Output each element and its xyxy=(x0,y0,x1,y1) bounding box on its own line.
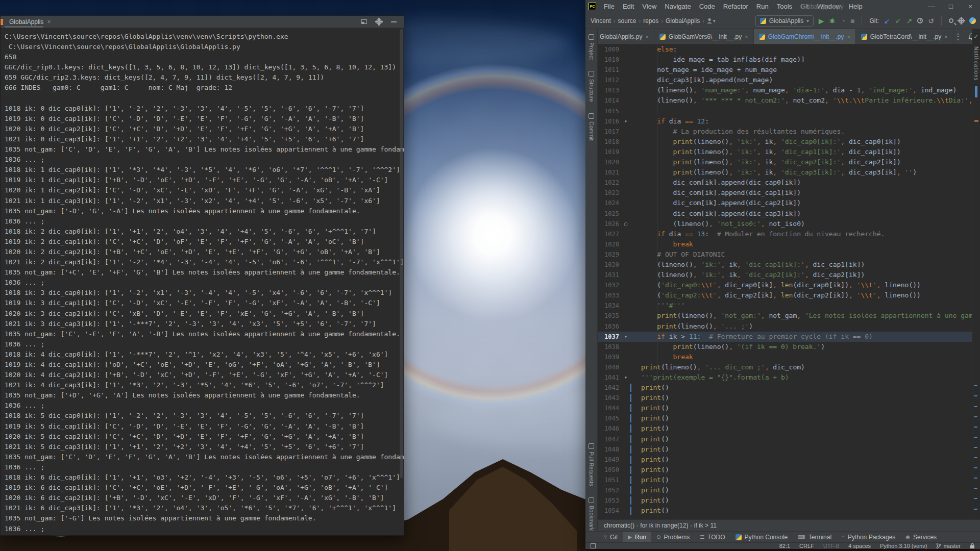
token: '... dic_com ;' xyxy=(705,363,765,371)
menu-item-edit[interactable]: Edit xyxy=(619,2,638,11)
editor-line: 1015 xyxy=(598,106,972,116)
token: (lineno() xyxy=(677,312,713,319)
status-item[interactable]: 82:1 xyxy=(779,543,790,549)
run-button[interactable]: ▶ xyxy=(819,17,824,24)
token: ' xyxy=(833,96,837,104)
sidebar-item-commit[interactable]: Commit xyxy=(589,113,595,141)
menu-item-code[interactable]: Code xyxy=(696,2,719,11)
sidebar-item-structure[interactable]: Structure xyxy=(589,71,595,102)
menu-item-help[interactable]: Help xyxy=(845,2,866,11)
status-item[interactable]: UTF-8 xyxy=(823,543,839,549)
close-icon[interactable]: × xyxy=(847,34,850,40)
editor-error-stripe[interactable]: ✓ Notifications xyxy=(972,29,980,517)
more-tabs-icon[interactable]: ⋮ xyxy=(954,32,962,41)
close-icon[interactable]: × xyxy=(47,18,51,26)
search-icon[interactable] xyxy=(949,18,953,23)
toolwindow-button-git[interactable]: ⑂Git xyxy=(599,532,623,542)
code-text: print(lineno(), 'ik:', ik, 'dic_cap0[ik]… xyxy=(630,137,972,147)
console-line: 1036 ... ; xyxy=(5,524,404,534)
menu-item-file[interactable]: File xyxy=(600,2,618,11)
toolwindow-button-terminal[interactable]: ⌨Terminal xyxy=(793,532,837,542)
inspections-ok-icon[interactable]: ✓ xyxy=(973,33,978,40)
fold-icon[interactable]: ▾ xyxy=(621,332,630,342)
gear-icon[interactable] xyxy=(376,19,382,24)
code-editor[interactable]: 1009else:1010ide_mage = tab_inf[abs(dif_… xyxy=(598,44,972,519)
history-icon[interactable] xyxy=(917,18,923,23)
token: == xyxy=(685,117,693,125)
menu-item-run[interactable]: Run xyxy=(753,2,772,11)
toolwindow-button-todo[interactable]: ☰TODO xyxy=(695,532,730,542)
token: 'ik:' xyxy=(737,138,757,145)
scrollbar-thumb[interactable] xyxy=(975,86,977,97)
user-icon[interactable] xyxy=(706,17,713,24)
console-scrollbar[interactable] xyxy=(400,29,403,478)
minimize-button[interactable]: — xyxy=(922,3,941,10)
git-update-icon[interactable]: ↙ xyxy=(884,17,890,24)
lock-icon[interactable] xyxy=(970,543,975,549)
status-item[interactable]: CRLF xyxy=(799,543,814,549)
editor-tab[interactable]: GlobGamVers6\__init__.py× xyxy=(654,29,754,44)
token: , xyxy=(713,312,721,319)
console-line: 1021 ik: 3 dic_cap3[ik]: ['1', '-***7', … xyxy=(5,319,404,329)
status-item[interactable]: Python 3.10 (venv) xyxy=(880,543,927,549)
token: , xyxy=(717,291,725,299)
close-button[interactable]: × xyxy=(961,3,980,10)
fold-icon[interactable]: ▾ xyxy=(621,116,630,127)
breadcrumb-item[interactable]: GlobalApplis xyxy=(665,17,701,24)
breadcrumb-item[interactable]: if ik > 11 xyxy=(694,522,717,529)
changed-line-stripe-mark xyxy=(974,498,977,499)
menu-item-refactor[interactable]: Refactor xyxy=(720,2,752,11)
editor-line: 1033('dic_rap2:\\t', dic_rap2[ik], len(d… xyxy=(598,290,972,300)
menu-item-navigate[interactable]: Navigate xyxy=(661,2,694,11)
toolwindow-button-run[interactable]: ▶Run xyxy=(623,532,651,542)
token: print xyxy=(641,394,661,402)
token: dic_cap1[ik]) xyxy=(813,261,865,268)
breadcrumb-item[interactable]: chromatic() xyxy=(604,522,634,529)
minimize-icon[interactable] xyxy=(391,21,397,22)
editor-tab[interactable]: GlobTetraCord\__init__.py× xyxy=(856,29,953,44)
toolwindow-button-problems[interactable]: ⊖Problems xyxy=(651,532,695,542)
fold-icon[interactable]: ▾ xyxy=(621,372,630,383)
rollback-icon[interactable]: ↺ xyxy=(928,17,934,24)
profiler-icon[interactable]: ◔ xyxy=(841,17,845,24)
stop-icon: ■ xyxy=(850,17,854,24)
code-with-me-icon[interactable] xyxy=(969,17,976,24)
token: : xyxy=(705,117,709,125)
git-push-icon[interactable]: ↗ xyxy=(906,17,913,24)
notifications-label[interactable]: Notifications xyxy=(973,46,979,81)
breadcrumb-item[interactable]: Vincent xyxy=(590,17,612,24)
git-branch-widget[interactable]: master xyxy=(936,543,961,549)
menu-item-view[interactable]: View xyxy=(639,2,660,11)
status-item[interactable]: 4 spaces xyxy=(848,543,871,549)
run-configuration-select[interactable]: GlobalApplis ▾ xyxy=(755,15,814,27)
code-text: if dia == 12: xyxy=(630,116,972,127)
breadcrumb-item[interactable]: repos xyxy=(642,17,659,24)
line-number: 1018 xyxy=(598,137,621,147)
toolwindow-button-python-packages[interactable]: ≡Python Packages xyxy=(837,532,900,542)
debug-icon[interactable] xyxy=(829,17,836,24)
maximize-button[interactable]: □ xyxy=(941,3,961,10)
editor-line: 1025dic_com[ik].append(dic_cap3[ik]) xyxy=(598,209,972,219)
sidebar-item-bookmarks[interactable]: Bookmarks xyxy=(589,497,595,534)
toolwindow-layout-icon[interactable] xyxy=(591,543,596,548)
close-icon[interactable]: × xyxy=(944,34,947,40)
menu-item-tools[interactable]: Tools xyxy=(773,2,796,11)
token: () xyxy=(661,414,669,422)
breadcrumb-item[interactable]: for ik in range(12) xyxy=(640,522,688,529)
close-icon[interactable]: × xyxy=(745,34,748,40)
token: () xyxy=(661,466,669,473)
toolwindow-button-services[interactable]: ◉Services xyxy=(900,532,942,542)
float-window-icon[interactable] xyxy=(361,19,367,24)
breadcrumb-item[interactable]: source xyxy=(617,17,637,24)
git-commit-icon[interactable]: ✓ xyxy=(895,17,901,24)
console-output[interactable]: C:\Users\Vincent\source\repos\GlobalAppl… xyxy=(1,28,404,535)
gutter-space xyxy=(621,95,630,106)
sidebar-item-project[interactable]: Project xyxy=(589,34,595,60)
sidebar-item-pull-requests[interactable]: Pull Requests xyxy=(589,443,595,486)
token: (lineno() xyxy=(657,86,693,94)
token: not_gam xyxy=(769,312,797,319)
settings-gear-icon[interactable] xyxy=(959,18,964,23)
toolwindow-button-python-console[interactable]: Python Console xyxy=(730,532,793,542)
close-icon[interactable]: × xyxy=(645,34,648,40)
editor-tab[interactable]: GlobGamChrom\__init__.py× xyxy=(754,29,856,44)
